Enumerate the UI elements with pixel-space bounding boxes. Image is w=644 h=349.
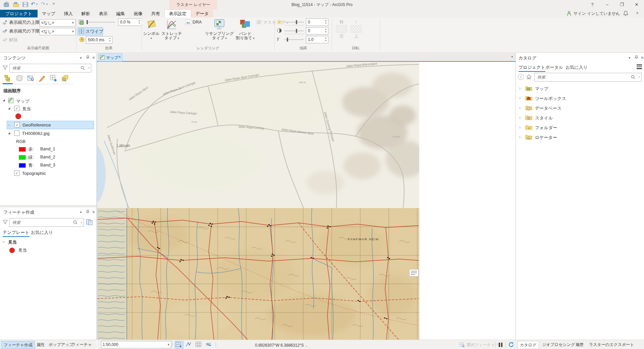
create-features-search-input[interactable]: [12, 219, 71, 226]
expander-icon[interactable]: ▷: [8, 123, 10, 127]
expander-icon[interactable]: ◢: [3, 99, 5, 102]
dock-tab-history[interactable]: 履歴: [573, 341, 586, 348]
tab-appearance[interactable]: 表示設定: [164, 9, 191, 18]
catalog-item-styles[interactable]: スタイル: [535, 115, 553, 121]
collapse-ribbon-icon[interactable]: ∧: [636, 11, 639, 15]
swipe-button[interactable]: スワイプ: [77, 27, 103, 36]
pin-icon[interactable]: [635, 55, 638, 59]
expander-icon[interactable]: ˅: [3, 240, 4, 244]
tree-kento-label[interactable]: 見当: [22, 106, 31, 112]
resampling-type-button[interactable]: リサンプリングタイプ ▾: [204, 18, 235, 44]
kento-checkbox[interactable]: ✓: [14, 106, 19, 111]
search-icon[interactable]: [631, 75, 635, 79]
dock-tab-geoprocessing[interactable]: ジオプロセシング: [540, 341, 577, 348]
tab-data[interactable]: データ: [191, 10, 213, 18]
contrast-spinbox[interactable]: 0▲▼: [306, 27, 328, 35]
expander-icon[interactable]: ▷: [519, 116, 521, 119]
redo-icon[interactable]: ↷: [41, 1, 45, 7]
up-align-button[interactable]: ↑ 上: [350, 19, 362, 43]
contents-search-input[interactable]: [12, 64, 76, 72]
tab-edit[interactable]: 編集: [112, 10, 129, 18]
search-dropdown-icon[interactable]: ▾: [81, 221, 82, 224]
search-dropdown-icon[interactable]: ▾: [639, 76, 640, 79]
catalog-item-folders[interactable]: フォルダー: [535, 125, 557, 131]
tab-map[interactable]: マップ: [38, 10, 60, 18]
redo-dropdown-icon[interactable]: ▾: [46, 3, 48, 6]
contrast-slider[interactable]: [284, 31, 304, 31]
customize-qat-icon[interactable]: ≂: [52, 2, 55, 5]
pane-menu-icon[interactable]: ▾: [629, 56, 631, 60]
tab-favorites[interactable]: お気に入り: [31, 230, 53, 236]
expander-icon[interactable]: ▷: [519, 136, 521, 139]
expander-icon[interactable]: ▷: [519, 106, 521, 109]
dock-tab-attributes[interactable]: 属性: [34, 341, 47, 348]
restore-button[interactable]: ❐: [614, 0, 629, 9]
brightness-slider[interactable]: [284, 22, 304, 22]
expander-icon[interactable]: ◢: [8, 132, 10, 135]
band-combination-button[interactable]: バンド割り当て ▾: [235, 18, 256, 44]
list-by-snapping-icon[interactable]: [50, 74, 58, 82]
refresh-button[interactable]: [508, 342, 514, 348]
dock-tab-catalog[interactable]: カタログ: [517, 341, 539, 349]
map-canvas[interactable]: Jalan-Raya-Manonjaya Jalan-Raya-Jiput-Ca…: [97, 62, 516, 340]
topographic-checkbox[interactable]: ✓: [14, 170, 19, 176]
dock-tab-export-raster[interactable]: ラスターのエクスポート: [587, 341, 637, 348]
kento-point-symbol[interactable]: [15, 113, 21, 119]
close-button[interactable]: ✕: [629, 0, 644, 9]
list-by-drawing-order-icon[interactable]: [4, 74, 12, 82]
open-project-icon[interactable]: [13, 1, 19, 7]
flicker-spinbox[interactable]: 500.0 ms▲▼: [86, 36, 112, 44]
home-icon[interactable]: [526, 74, 532, 80]
list-by-selection-icon[interactable]: [27, 74, 35, 82]
tree-raster-label[interactable]: TH008062.jpg: [22, 131, 50, 136]
save-project-icon[interactable]: [22, 1, 29, 7]
catalog-tab-portal[interactable]: ポータル: [545, 64, 563, 70]
dock-tab-modify-features[interactable]: フィーチャの修正: [69, 341, 97, 348]
tab-view[interactable]: 表示: [95, 10, 112, 18]
close-icon[interactable]: ✕: [641, 55, 644, 60]
scale-min-combo[interactable]: <なし>▼: [40, 28, 76, 35]
gamma-spinbox[interactable]: 1.0▲▼: [306, 36, 328, 43]
brightness-spinbox[interactable]: 0▲▼: [306, 18, 328, 26]
map-message-button[interactable]: [409, 269, 419, 277]
tab-share[interactable]: 共有: [147, 10, 164, 18]
catalog-item-databases[interactable]: データベース: [535, 105, 561, 111]
transparency-spinbox[interactable]: 0.0 %▲▼: [118, 18, 142, 26]
tab-project[interactable]: プロジェクト: [0, 10, 38, 18]
georeference-checkbox[interactable]: ✓: [14, 122, 20, 128]
list-by-labeling-icon[interactable]: [61, 74, 69, 82]
pin-icon[interactable]: [86, 55, 90, 59]
notifications-bell-icon[interactable]: [623, 11, 628, 16]
transparency-slider[interactable]: [87, 22, 115, 22]
expander-icon[interactable]: ◢: [8, 107, 10, 110]
scale-max-combo[interactable]: <なし>▼: [40, 19, 76, 27]
expander-icon[interactable]: ▷: [519, 87, 521, 90]
catalog-menu-icon[interactable]: [637, 64, 642, 69]
new-project-icon[interactable]: [3, 1, 10, 7]
pane-menu-icon[interactable]: ▾: [80, 56, 82, 60]
catalog-tab-favorites[interactable]: お気に入り: [566, 64, 588, 70]
filter-icon[interactable]: [3, 65, 8, 70]
catalog-tab-project[interactable]: プロジェクト: [519, 64, 545, 72]
tree-map-label[interactable]: マップ: [16, 98, 30, 104]
tab-imagery[interactable]: 画像: [129, 10, 147, 18]
close-icon[interactable]: ✕: [92, 55, 95, 60]
dra-toggle[interactable]: DRA: [193, 19, 202, 24]
template-item-label[interactable]: 見当: [18, 247, 27, 253]
stretch-type-button[interactable]: ストレッチタイプ ▾: [160, 18, 183, 44]
search-dropdown-icon[interactable]: ▾: [88, 66, 90, 69]
pane-menu-icon[interactable]: ▾: [80, 210, 82, 214]
catalog-item-maps[interactable]: マップ: [535, 86, 548, 92]
template-group-label[interactable]: 見当: [8, 239, 17, 245]
undo-dropdown-icon[interactable]: ▾: [36, 3, 38, 6]
north-align-button[interactable]: N 北: [335, 19, 347, 43]
undo-icon[interactable]: ↶: [31, 1, 35, 7]
pause-drawing-button[interactable]: [499, 342, 502, 348]
filter-icon[interactable]: [3, 219, 8, 225]
minimize-button[interactable]: –: [600, 0, 614, 9]
tree-georeference-label[interactable]: GeoReference: [22, 122, 51, 128]
map-view-tab[interactable]: マップ ✕: [98, 53, 122, 61]
tree-topographic-label[interactable]: Topographic: [22, 171, 46, 176]
search-icon[interactable]: [80, 66, 85, 70]
symbology-button[interactable]: シンボル▾: [142, 18, 160, 44]
